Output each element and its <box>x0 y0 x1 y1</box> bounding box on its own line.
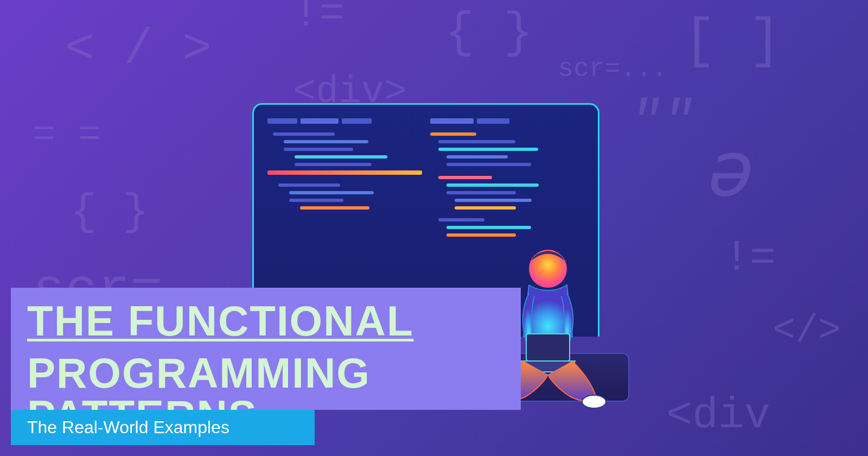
bg-text-brace1: { } <box>445 5 533 61</box>
bg-text-bang: != <box>293 0 345 39</box>
bg-text-bang2: != <box>724 233 776 283</box>
title-line-1: THE FUNCTIONAL <box>27 300 505 342</box>
svg-point-3 <box>582 395 606 408</box>
bg-text-scr1: scr=... <box>558 54 667 84</box>
svg-point-0 <box>529 250 567 288</box>
bg-text-divclose: <div <box>666 391 770 440</box>
bg-text-bracket: [ ] <box>684 11 781 72</box>
subtitle-text: The Real-World Examples <box>27 417 229 438</box>
subtitle-card: The Real-World Examples <box>11 410 315 445</box>
bg-text-quotes: "" <box>629 92 694 154</box>
title-card: THE FUNCTIONAL PROGRAMMING PATTERNS <box>11 288 521 410</box>
bg-text-brace2: { } <box>71 187 149 237</box>
svg-rect-1 <box>526 334 570 361</box>
bg-text-equals: = = <box>33 114 101 157</box>
bg-text-closetag2: </> <box>773 309 841 352</box>
bg-text-partial: ə <box>703 125 749 218</box>
bg-text-closetag: < / > <box>65 22 212 77</box>
